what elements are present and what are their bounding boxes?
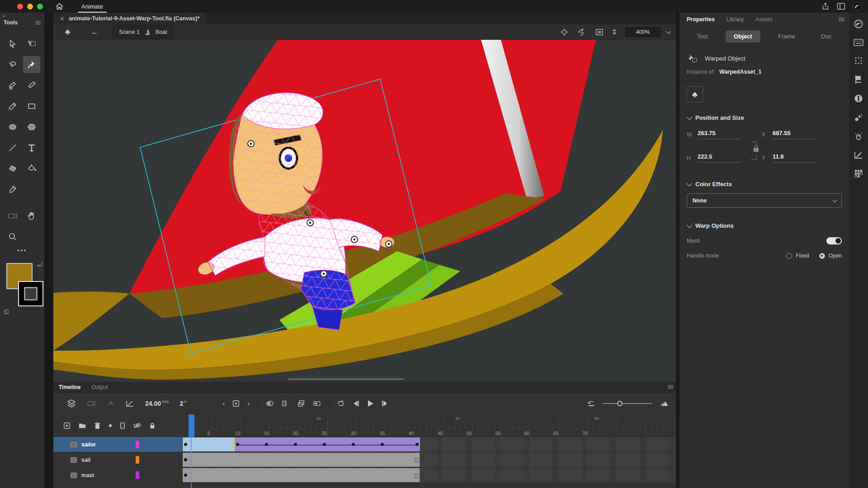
new-folder-icon[interactable] <box>78 422 86 429</box>
frame-span[interactable] <box>235 437 420 451</box>
height-field[interactable]: 222.5 <box>698 153 741 163</box>
zoom-window-icon[interactable] <box>37 4 43 9</box>
color-effects-section-header[interactable]: Color Effects <box>679 175 849 192</box>
workspace-layout-icon[interactable] <box>837 3 845 10</box>
width-field[interactable]: 263.75 <box>698 130 741 139</box>
layer-row[interactable]: sailor <box>53 437 676 452</box>
new-layer-icon[interactable] <box>63 422 71 429</box>
tool-paint-bucket[interactable] <box>23 160 40 177</box>
keyframe-dot[interactable] <box>352 443 355 446</box>
close-window-icon[interactable] <box>17 4 23 9</box>
outline-view-icon[interactable] <box>120 422 125 429</box>
x-field[interactable]: 687.55 <box>773 130 816 139</box>
handle-mode-fixed-radio[interactable]: Fixed <box>786 253 809 259</box>
reset-timeline-zoom-icon[interactable] <box>587 400 595 407</box>
app-tab-animate[interactable]: Animate <box>75 0 109 13</box>
timeline-zoom-max-icon[interactable] <box>660 400 669 407</box>
keyframe-dot[interactable] <box>184 443 187 446</box>
close-document-icon[interactable]: ✕ <box>60 15 65 22</box>
subtab-object[interactable]: Object <box>726 30 760 42</box>
layer-row[interactable]: mast <box>53 468 676 483</box>
panel-menu-icon[interactable] <box>839 17 844 22</box>
fps-field[interactable]: 24.00FPS <box>145 400 169 407</box>
tab-library[interactable]: Library <box>726 16 744 23</box>
subtab-doc[interactable]: Doc <box>813 30 840 42</box>
tool-eraser[interactable] <box>4 160 21 177</box>
mesh-toggle[interactable] <box>826 237 842 244</box>
tab-output[interactable]: Output <box>86 384 113 390</box>
edit-multiple-frames-icon[interactable] <box>297 400 305 407</box>
tool-fluid-brush[interactable] <box>4 77 21 94</box>
layer-color-chip[interactable] <box>136 441 139 448</box>
tool-asset-warp[interactable] <box>23 56 40 73</box>
tab-timeline[interactable]: Timeline <box>53 384 86 390</box>
previous-keyframe-icon[interactable]: ‹ <box>222 399 225 407</box>
frame-graph-icon[interactable] <box>126 400 134 407</box>
dock-particles-icon[interactable] <box>854 113 863 122</box>
dock-color-icon[interactable] <box>854 19 863 29</box>
keyframe-dot[interactable] <box>415 443 419 446</box>
tab-properties[interactable]: Properties <box>687 16 715 23</box>
subtab-frame[interactable]: Frame <box>770 30 803 42</box>
reset-colors-icon[interactable]: ◱ <box>4 308 9 314</box>
instance-name[interactable]: WarpedAsset_1 <box>719 69 761 75</box>
onion-range-icon[interactable] <box>313 400 321 407</box>
tool-rectangle[interactable] <box>23 98 40 115</box>
playhead[interactable] <box>189 414 194 437</box>
onion-skin-outline-icon[interactable] <box>281 400 289 407</box>
warp-options-section-header[interactable]: Warp Options <box>679 216 849 233</box>
layer-view-icon[interactable] <box>67 399 76 408</box>
camera-icon[interactable] <box>87 400 96 407</box>
clip-content-icon[interactable] <box>595 28 604 36</box>
keyframe-dot[interactable] <box>184 458 187 461</box>
keyframe-dot[interactable] <box>184 474 187 477</box>
panel-menu-icon[interactable] <box>668 385 673 389</box>
symbol-clover-icon[interactable]: ♣ <box>65 28 70 37</box>
keyframe-dot[interactable] <box>381 443 384 446</box>
layer-color-chip[interactable] <box>136 471 139 479</box>
rotate-stage-icon[interactable] <box>577 28 586 36</box>
center-stage-icon[interactable] <box>560 28 568 36</box>
position-size-section-header[interactable]: Position and Size <box>679 108 849 125</box>
tab-assets[interactable]: Assets <box>755 16 773 23</box>
dock-frame-picker-icon[interactable] <box>854 75 863 84</box>
timeline-zoom-slider[interactable] <box>603 403 652 404</box>
dock-graph-editor-icon[interactable] <box>854 151 863 159</box>
layer-frames[interactable] <box>183 437 676 452</box>
more-tools-icon[interactable]: ••• <box>0 247 44 254</box>
layer-frames[interactable] <box>183 468 676 483</box>
stage-canvas[interactable] <box>53 40 676 382</box>
tool-eyedropper[interactable] <box>4 181 21 198</box>
loop-icon[interactable] <box>337 400 345 407</box>
zoom-dropdown-icon[interactable] <box>666 28 671 33</box>
keyframe-dot[interactable] <box>323 443 326 446</box>
y-field[interactable]: 11.8 <box>773 153 816 163</box>
breadcrumb-symbol[interactable]: Boat <box>156 29 167 35</box>
keyframe-dot[interactable] <box>236 443 239 446</box>
collapse-panel-icon[interactable]: « <box>0 13 44 19</box>
tool-text[interactable] <box>23 139 40 156</box>
tool-lasso[interactable] <box>4 56 21 73</box>
home-icon[interactable] <box>56 3 63 10</box>
current-frame-field[interactable]: 2F <box>180 400 187 407</box>
handle-mode-open-radio[interactable]: Open <box>819 253 842 259</box>
horizontal-scrollbar[interactable] <box>288 378 405 380</box>
tool-subselection[interactable] <box>23 35 40 52</box>
layer-name[interactable]: mast <box>81 472 94 479</box>
tool-zoom[interactable] <box>4 228 21 245</box>
play-icon[interactable] <box>367 400 374 407</box>
panel-menu-icon[interactable] <box>35 21 41 25</box>
onion-skin-icon[interactable] <box>265 400 274 407</box>
frame-ruler[interactable]: 5101520253035404550556065701s2s3s <box>183 414 676 436</box>
highlight-layer-dot-icon[interactable] <box>108 424 112 427</box>
lock-layers-icon[interactable] <box>149 422 156 429</box>
keyframe-dot[interactable] <box>265 443 268 446</box>
color-effect-dropdown[interactable]: None <box>687 193 842 208</box>
layer-depth-icon[interactable] <box>107 400 115 407</box>
tool-pencil[interactable] <box>4 98 21 115</box>
app-logo-icon[interactable] <box>853 2 862 11</box>
edit-asset-button[interactable]: ♣ <box>687 86 703 103</box>
tool-polystar[interactable] <box>23 118 40 136</box>
frame-span[interactable] <box>183 468 420 482</box>
tool-hand[interactable] <box>23 207 40 225</box>
